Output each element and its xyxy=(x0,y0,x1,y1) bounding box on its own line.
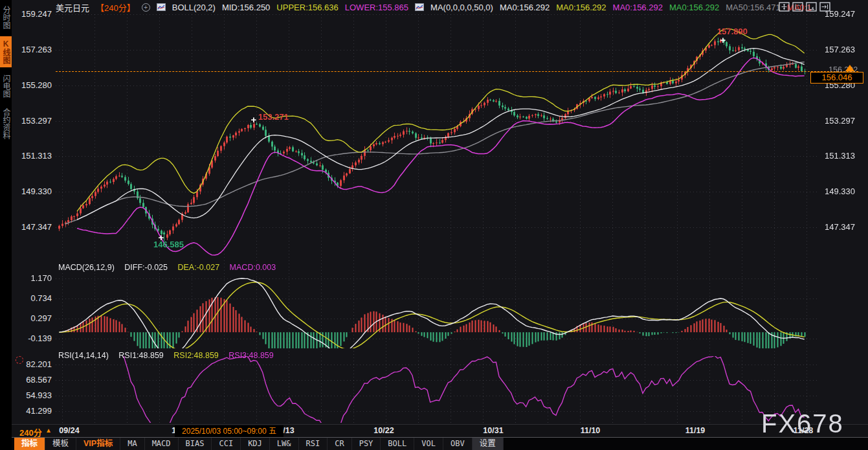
toolbar-item-indicators[interactable]: 指标 xyxy=(14,438,45,450)
toolbar-item-templates[interactable]: 模板 xyxy=(45,438,76,450)
price-axis-label-right: 151.313 xyxy=(825,151,855,161)
date-label: 11/19 xyxy=(685,426,706,435)
toolbar-item-settings[interactable]: 设置 xyxy=(473,438,504,450)
toolbar-item-boll[interactable]: BOLL xyxy=(381,438,414,450)
price-axis-label-left: 159.247 xyxy=(12,9,52,19)
kline-trading-app: 分时图 K线图 闪电图 合约资料 美元日元 【240分】 + BOLL(20,2… xyxy=(0,0,868,450)
ma0-green-value: MA0:156.292 xyxy=(669,3,719,12)
macd-axis-label: 0.734 xyxy=(12,293,52,303)
price-axis-label-left: 155.280 xyxy=(12,80,52,90)
toolbar-item-cci[interactable]: CCI xyxy=(212,438,241,450)
toolbar-item-bias[interactable]: BIAS xyxy=(179,438,212,450)
kline-chart-canvas[interactable] xyxy=(56,14,819,424)
macd-axis-label: 1.170 xyxy=(12,273,52,283)
boll-upper-value: UPPER:156.636 xyxy=(276,3,338,12)
date-label: 11/10 xyxy=(581,426,601,435)
rsi-axis-label: 41.299 xyxy=(12,406,52,416)
zoom-y-axis-button[interactable] xyxy=(792,2,803,12)
sidebar-tab-contract-info[interactable]: 合约资料 xyxy=(0,105,12,142)
rsi-axis-label: 68.567 xyxy=(12,375,52,385)
zoom-x-axis-button[interactable] xyxy=(806,2,817,12)
circle-plus-icon[interactable]: + xyxy=(142,3,150,12)
toolbar-item-kdj[interactable]: KDJ xyxy=(241,438,270,450)
sidebar-tab-flash-chart[interactable]: 闪电图 xyxy=(0,71,12,101)
extreme-price-label: 153.271 xyxy=(258,112,289,122)
macd-axis-label: -0.139 xyxy=(12,333,52,343)
toolbar-item-vip-indicators[interactable]: VIP指标 xyxy=(76,438,120,450)
ma0-white-value: MA0:156.292 xyxy=(500,3,550,12)
date-label: 09/24 xyxy=(59,426,79,435)
time-axis-row: 240分 ▲ 09/2410/0310/1310/2210/3111/1011/… xyxy=(12,424,868,437)
boll-mid-value: MID:156.250 xyxy=(222,3,270,12)
price-axis-label-left: 149.330 xyxy=(12,186,52,196)
crosshair-mark-icon: + xyxy=(159,232,164,242)
last-price-tag: 156.046 xyxy=(810,72,863,84)
chart-tool-buttons xyxy=(779,2,830,12)
price-axis-label-left: 157.263 xyxy=(12,45,52,54)
price-axis-label-left: 151.313 xyxy=(12,151,52,161)
ma0-magenta-value: MA0:156.292 xyxy=(613,3,663,12)
ma-chart-icon xyxy=(415,3,424,11)
interval-label[interactable]: 【240分】 xyxy=(96,1,135,14)
price-axis-label-right: 149.330 xyxy=(825,186,855,196)
date-label: 10/22 xyxy=(373,426,394,435)
rsi-axis-label: 54.933 xyxy=(12,390,52,400)
toolbar-item-macd[interactable]: MACD xyxy=(145,438,179,450)
sidebar-tab-kline-chart[interactable]: K线图 xyxy=(0,36,12,67)
crosshair-mark-icon: + xyxy=(251,115,257,124)
pan-tool-button[interactable] xyxy=(779,2,790,12)
macd-axis-label: 0.297 xyxy=(12,313,52,323)
indicator-toolbar: 指标模板VIP指标MAMACDBIASCCIKDJLW&RSICRPSYBOLL… xyxy=(12,437,868,450)
legend-bar: 美元日元 【240分】 + BOLL(20,2) MID:156.250 UPP… xyxy=(12,0,868,14)
boll-params: BOLL(20,2) xyxy=(172,3,216,12)
go-to-latest-button[interactable] xyxy=(819,2,830,12)
symbol-title: 美元日元 xyxy=(56,1,89,14)
crosshair-time-tooltip: 2025/10/03 05:00~09:00 五 xyxy=(175,425,284,437)
toolbar-item-vol[interactable]: VOL xyxy=(414,438,443,450)
chart-type-sidebar: 分时图 K线图 闪电图 合约资料 xyxy=(0,0,12,450)
sidebar-tab-time-chart[interactable]: 分时图 xyxy=(0,3,12,32)
rsi-axis-label: 82.201 xyxy=(12,359,52,369)
price-axis-label-left: 147.347 xyxy=(12,222,52,232)
toolbar-item-cr[interactable]: CR xyxy=(328,438,351,450)
timeframe-dropdown-arrow-icon[interactable]: ▲ xyxy=(45,427,52,434)
price-axis-label-right: 157.263 xyxy=(825,45,855,54)
last-price-arrow-icon xyxy=(845,65,854,71)
crosshair-mark-icon: + xyxy=(720,35,726,45)
toolbar-item-lw[interactable]: LW& xyxy=(270,438,299,450)
toolbar-item-ma[interactable]: MA xyxy=(120,438,144,450)
date-label: 10/31 xyxy=(483,426,503,435)
toolbar-item-obv[interactable]: OBV xyxy=(443,438,473,450)
date-label: 11/28 xyxy=(794,426,814,435)
last-price-line xyxy=(56,71,858,72)
boll-lower-value: LOWER:155.865 xyxy=(345,3,408,12)
boll-chart-icon xyxy=(157,3,166,11)
toolbar-item-rsi[interactable]: RSI xyxy=(299,438,328,450)
ma-params: MA(0,0,0,0,50,0) xyxy=(430,3,493,12)
toolbar-item-psy[interactable]: PSY xyxy=(352,438,381,450)
price-axis-label-right: 153.297 xyxy=(825,116,855,126)
ma50-value: MA50:156.471 xyxy=(726,3,781,12)
price-axis-label-left: 153.297 xyxy=(12,116,52,126)
price-axis-label-right: 147.347 xyxy=(825,222,855,232)
ma0-yellow-value: MA0:156.292 xyxy=(556,3,606,12)
